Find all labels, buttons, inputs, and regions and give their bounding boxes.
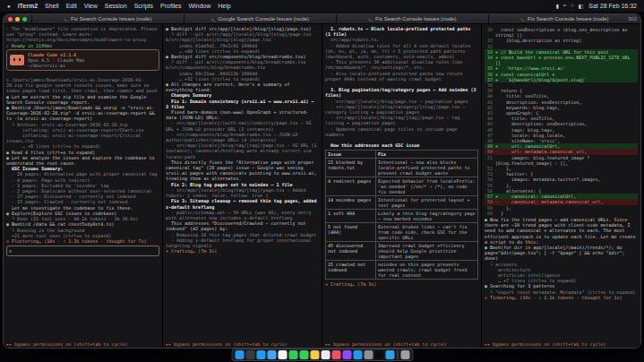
gsc-issue-table: IssueFix22 blocked by robots.txtIntentio… [325, 150, 478, 280]
pane-body: ● Bash(git diff src/app/[locale]/blog/[s… [163, 24, 322, 340]
step-bullet-icon: ● [166, 82, 171, 87]
menu-shell[interactable]: Shell [45, 3, 59, 9]
menu-items: iTerm2ShellEditViewSessionScriptsProfile… [18, 3, 231, 9]
step-bullet-icon: ● [6, 150, 12, 155]
dock-messages-icon[interactable] [288, 350, 297, 359]
apple-menu-icon[interactable]: ● [7, 4, 11, 9]
pane-title: Fix Search Console Issues (node) [528, 16, 608, 22]
dock-launchpad-icon[interactable] [245, 350, 254, 359]
claude-model-label: Opus 4.5 · Claude Max [28, 57, 84, 63]
pane-tab-4[interactable]: ›_Fix Search Console Issues (node)302 [488, 14, 640, 23]
table-cell: 4 redirect pages [326, 177, 376, 196]
close-button[interactable] [8, 17, 13, 22]
terminal-line: - Added disallow rules for all 6 non-def… [325, 43, 478, 60]
terminal-line: ✳ Tinkering… (10s · ↑ 2.1k tokens · thou… [485, 295, 638, 300]
code-text: images: blog.featured_image ? [blog.feat… [495, 155, 638, 166]
permission-status: ▸▸ bypass permissions on (shift+tab to c… [4, 340, 162, 348]
dock-notes-icon[interactable] [310, 350, 319, 359]
code-text: const seoDescription = (blog.seo_descrip… [495, 27, 638, 38]
dock-settings-icon[interactable] [364, 350, 373, 359]
pane-badge: 302 [628, 16, 637, 22]
code-line: 60 } [485, 211, 638, 216]
step-bullet-icon: ● [166, 26, 171, 31]
menu-view[interactable]: View [84, 3, 98, 9]
code-text: } [495, 211, 503, 216]
dock-mail-icon[interactable] [267, 350, 276, 359]
terminal-line: └ "export const metadata: Metadata" (ctr… [485, 289, 638, 295]
zoom-button[interactable] [22, 17, 27, 22]
pane-tab-2[interactable]: ›_Google Search Console Issues (node) [184, 14, 336, 23]
dock-trash-icon[interactable] [400, 350, 409, 359]
pane-tab-1[interactable]: ›_Fix Search Console Issues (node) [31, 14, 184, 23]
table-cell: Intentional for protected layout + test … [376, 196, 478, 210]
control-center-icon[interactable]: ◧ [579, 3, 584, 9]
battery-icon[interactable]: ▮ [555, 3, 558, 9]
pane-3[interactable]: 2. robots.ts — Block locale-prefixed pro… [322, 24, 481, 348]
terminal-line: > /Users/james/Downloads/srvii-ai-Covera… [6, 77, 159, 94]
permission-status: ▸▸ bypass permissions on (shift+tab to c… [482, 340, 640, 348]
pane-2[interactable]: ● Bash(git diff src/app/[locale]/blog/[s… [162, 24, 322, 348]
terminal-line: This directly fixes the "Alternative pag… [166, 159, 319, 182]
terminal-line: Fixed bare-domain (non-www) OpenGraph + … [166, 109, 319, 120]
dock-appstore-icon[interactable] [353, 350, 362, 359]
menu-status-area: ▮≈○◧ Sat 28 Feb 16:32 [555, 3, 637, 9]
menu-window[interactable]: Window [188, 3, 210, 9]
dock-finder-icon[interactable] [235, 350, 244, 359]
pane-title: Fix Search Console Issues (node) [71, 16, 151, 22]
table-cell: 15 crawled not indexed [326, 261, 376, 280]
menu-help[interactable]: Help [218, 3, 230, 9]
claude-cwd-label: ~/dev/srvii-ai [28, 63, 84, 68]
line-number: 60 [485, 211, 493, 216]
pane-4[interactable]: 30 const seoDescription = (blog.seo_desc… [481, 24, 640, 348]
line-number: 34 [485, 55, 493, 65]
terminal-line: └ diff --git a/src/components/blog/bread… [166, 59, 319, 70]
step-bullet-icon: ● [6, 155, 12, 160]
traffic-lights [4, 14, 31, 23]
menu-clock[interactable]: Sat 28 Feb 16:32 [588, 3, 637, 9]
code-line: 51 images: blog.featured_image ? [blog.f… [485, 155, 638, 166]
table-cell: 1 soft 404 [326, 210, 376, 223]
terminal-line: ● Let me analyze the issues and explore … [6, 155, 159, 166]
line-number: 30 [485, 27, 493, 38]
dock-photos-icon[interactable] [278, 350, 287, 359]
dock-music-icon[interactable] [331, 350, 340, 359]
dock-separator [397, 350, 398, 359]
menu-session[interactable]: Session [105, 3, 127, 9]
dock-safari-icon[interactable] [256, 350, 265, 359]
permission-status: ▸▸ bypass permissions on (shift+tab to c… [163, 340, 322, 348]
terminal-line: This addresses "Discovered/Crawled — cur… [166, 220, 319, 231]
dock-podcasts-icon[interactable] [342, 350, 351, 359]
terminal-line: - src/app/[locale]/(with-nav)/industry/p… [166, 120, 319, 131]
claude-title: Claude Code v2.1.6 [28, 52, 84, 57]
terminal-line: - src/app/[locale]/blog/tag/[tag]/page.t… [325, 115, 478, 125]
menu-profiles[interactable]: Profiles [160, 3, 181, 9]
pane-tab-3[interactable]: ›_Fix Search Console Issues (node) [336, 14, 488, 23]
dock-iterm-icon[interactable] [374, 350, 383, 359]
dock-calendar-icon[interactable] [321, 350, 330, 359]
window-titlebar[interactable]: ›_Fix Search Console Issues (node)›_Goog… [4, 14, 640, 24]
claude-code-logo-icon [10, 55, 24, 65]
terminal-line: Fix 3: Sitemap cleanup — removed thin ta… [166, 198, 319, 209]
dock-vscode-icon[interactable] [385, 350, 394, 359]
table-header-cell: Fix [376, 151, 478, 159]
pane-title: Google Search Console Issues (node) [218, 16, 309, 22]
pane-body: - The "middleware" file convention is de… [4, 24, 162, 340]
prompt-input[interactable]: > [6, 246, 159, 256]
menu-iterm2[interactable]: iTerm2 [18, 3, 38, 9]
table-header-cell: Issue [326, 151, 376, 159]
minimize-button[interactable] [15, 17, 20, 22]
menu-scripts[interactable]: Scripts [134, 3, 153, 9]
dock-facetime-icon[interactable] [299, 350, 308, 359]
wifi-icon[interactable]: ≈ [563, 3, 566, 9]
table-cell: External broken links — can't fix from c… [376, 223, 478, 242]
line-number: 51 [485, 155, 493, 166]
search-icon[interactable]: ○ [571, 3, 574, 9]
table-cell: 22 blocked by robots.txt [326, 159, 376, 177]
terminal-line: - src/components/blog/breadcrumbs.tsx — … [166, 132, 319, 142]
terminal-icon: ›_ [369, 16, 373, 22]
claude-code-banner: Claude Code v2.1.6Opus 4.5 · Claude Max~… [6, 49, 159, 71]
step-bullet-icon: ● [6, 94, 12, 99]
menu-edit[interactable]: Edit [66, 3, 77, 9]
menu-bar: ● iTerm2ShellEditViewSessionScriptsProfi… [0, 0, 644, 12]
pane-1[interactable]: - The "middleware" file convention is de… [4, 24, 162, 348]
